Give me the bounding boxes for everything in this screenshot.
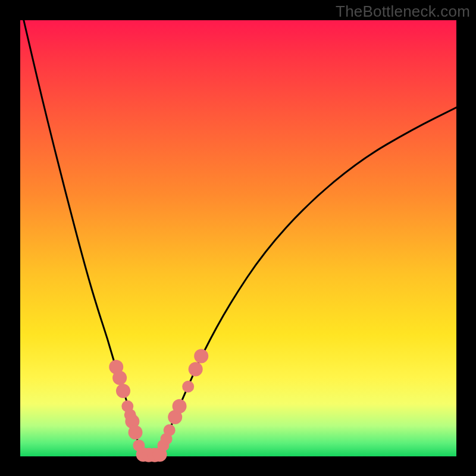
- marker-right: [164, 424, 176, 436]
- bottleneck-curve: [0, 0, 476, 476]
- marker-right: [173, 399, 187, 414]
- marker-left: [129, 425, 143, 440]
- marker-right: [189, 362, 203, 376]
- curve-right-branch: [158, 108, 456, 456]
- marker-left: [116, 384, 130, 398]
- marker-right: [194, 349, 208, 363]
- marker-left: [112, 371, 127, 385]
- marker-right: [182, 381, 194, 393]
- chart-frame: TheBottleneck.com: [0, 0, 476, 476]
